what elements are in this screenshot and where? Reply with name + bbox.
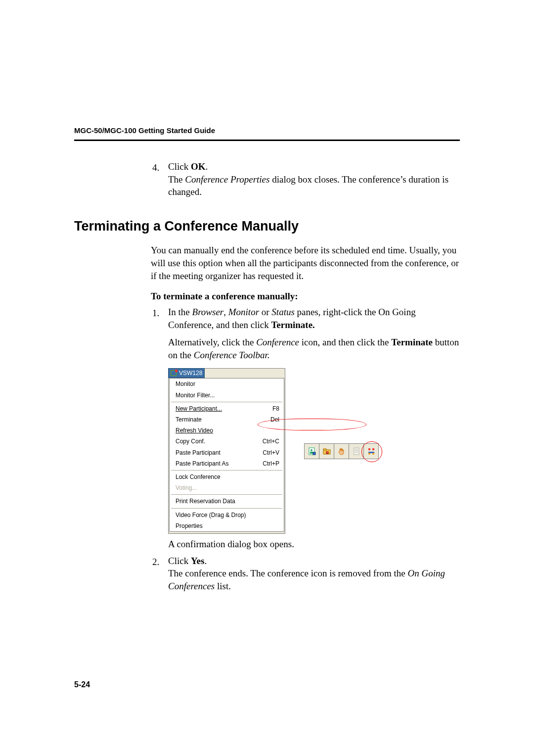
menu-monitor-filter[interactable]: Monitor Filter... bbox=[170, 390, 284, 401]
svg-rect-7 bbox=[354, 448, 359, 455]
section-heading: Terminating a Conference Manually bbox=[74, 217, 460, 235]
svg-rect-2 bbox=[310, 452, 313, 454]
menu-lock-conference[interactable]: Lock Conference bbox=[170, 472, 284, 482]
conference-node[interactable]: VSW128 bbox=[168, 368, 205, 378]
s2b: . bbox=[204, 556, 207, 566]
running-header: MGC-50/MGC-100 Getting Started Guide bbox=[74, 126, 215, 135]
menu-monitor[interactable]: Monitor bbox=[170, 378, 284, 389]
s1f: icon, and then click the bbox=[302, 337, 392, 347]
s1a: In the bbox=[168, 307, 192, 317]
s1-status: Status bbox=[271, 307, 294, 317]
menu-refresh-video[interactable]: Refresh Video bbox=[170, 425, 284, 436]
conference-icon bbox=[170, 370, 178, 377]
s1c: or bbox=[262, 307, 272, 317]
confirm-line: A confirmation dialog box opens. bbox=[168, 539, 294, 549]
toolbar-btn-participant[interactable] bbox=[305, 444, 319, 459]
s1b: , bbox=[223, 307, 228, 317]
step4-cpdlg: Conference Properties bbox=[185, 174, 269, 185]
svg-rect-5 bbox=[323, 449, 326, 450]
s2d: list. bbox=[217, 581, 231, 591]
s2c: The conference ends. The conference icon… bbox=[168, 568, 407, 578]
s1-monitor: Monitor bbox=[228, 307, 259, 317]
step-number-2: 2. bbox=[152, 556, 159, 568]
step-number-4: 4. bbox=[152, 161, 159, 174]
svg-rect-6 bbox=[326, 452, 328, 454]
svg-rect-3 bbox=[313, 452, 315, 455]
s1-terminate: Terminate. bbox=[271, 320, 314, 330]
menu-paste-participant-as[interactable]: Paste Participant AsCtrl+P bbox=[170, 458, 284, 469]
step4-line1b: . bbox=[205, 161, 208, 172]
menu-video-force[interactable]: Video Force (Drag & Drop) bbox=[170, 510, 284, 520]
menu-new-participant[interactable]: New Participant...F8 bbox=[170, 403, 284, 414]
svg-point-15 bbox=[372, 453, 374, 455]
menu-properties[interactable]: Properties bbox=[170, 520, 284, 531]
s1-browser: Browser bbox=[192, 307, 224, 317]
conference-toolbar bbox=[304, 443, 379, 459]
svg-point-1 bbox=[311, 449, 312, 451]
page-number: 5-24 bbox=[74, 680, 90, 689]
s2-yes: Yes bbox=[191, 556, 204, 566]
toolbar-btn-document[interactable] bbox=[349, 444, 363, 459]
menu-terminate[interactable]: TerminateDel bbox=[170, 414, 284, 425]
s1-termbtn: Terminate bbox=[391, 337, 433, 347]
s2a: Click bbox=[168, 556, 191, 566]
menu-voting: Voting... bbox=[170, 482, 284, 493]
body-content: 4. Click OK. The Conference Properties d… bbox=[74, 160, 460, 592]
toolbar-btn-hand[interactable] bbox=[334, 444, 349, 459]
menu-copy-conf[interactable]: Copy Conf.Ctrl+C bbox=[170, 436, 284, 447]
context-menu-screenshot: VSW128 Monitor Monitor Filter... New Par… bbox=[168, 368, 285, 533]
s1-tb: Conference Toolbar. bbox=[194, 350, 270, 360]
intro-para: You can manually end the conference befo… bbox=[151, 245, 459, 281]
menu-paste-participant[interactable]: Paste ParticipantCtrl+V bbox=[170, 447, 284, 458]
header-rule bbox=[74, 140, 460, 141]
conference-label: VSW128 bbox=[179, 369, 202, 377]
svg-point-12 bbox=[372, 448, 374, 450]
svg-point-14 bbox=[368, 453, 370, 455]
toolbar-btn-terminate[interactable] bbox=[364, 444, 378, 459]
s1-conf: Conference bbox=[256, 337, 299, 347]
step-number-1: 1. bbox=[152, 307, 159, 320]
subheading: To terminate a conference manually: bbox=[151, 290, 460, 303]
step4-line1a: Click bbox=[168, 161, 191, 172]
toolbar-btn-folder[interactable] bbox=[319, 444, 334, 459]
svg-point-11 bbox=[368, 448, 370, 450]
step4-ok: OK bbox=[191, 161, 206, 172]
s1e: Alternatively, click the bbox=[168, 337, 256, 347]
step4-line2a: The bbox=[168, 174, 185, 185]
menu-print-reservation[interactable]: Print Reservation Data bbox=[170, 496, 284, 507]
